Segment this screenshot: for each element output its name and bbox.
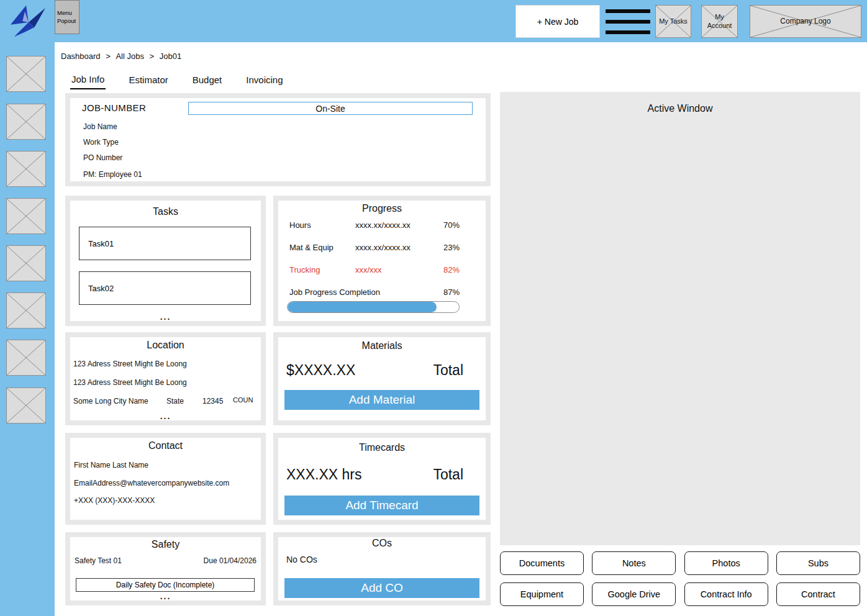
breadcrumb-separator: >	[106, 52, 111, 61]
job-tabs: Job Info Estimator Budget Invoicing	[70, 74, 284, 89]
progress-title: Progress	[278, 203, 486, 214]
contract-info-button[interactable]: Contract Info	[684, 582, 768, 606]
progress-row-mat-equip: Mat & Equip xxxx.xx/xxxx.xx 23%	[278, 243, 486, 253]
progress-completion-row: Job Progress Completion 87%	[278, 288, 486, 297]
sidebar-image-placeholder[interactable]	[6, 387, 46, 424]
timecards-title: Timecards	[278, 442, 486, 453]
safety-title: Safety	[70, 539, 261, 550]
sidebar-image-placeholder[interactable]	[6, 292, 46, 328]
breadcrumb-dashboard[interactable]: Dashboard	[61, 52, 101, 61]
hamburger-menu-icon[interactable]	[606, 9, 650, 34]
progress-row-label: Hours	[289, 220, 311, 230]
photos-button[interactable]: Photos	[684, 551, 768, 575]
x-placeholder-icon	[7, 57, 45, 91]
safety-more-button[interactable]: ...	[70, 592, 261, 600]
company-logo-label: Company Logo	[750, 6, 861, 37]
daily-safety-doc-button[interactable]: Daily Safety Doc (Incomplete)	[76, 578, 255, 592]
progress-row-pct: 23%	[443, 243, 460, 252]
tab-job-info[interactable]: Job Info	[70, 74, 106, 89]
timecards-card: Timecards XXX.XX hrs Total Add Timecard	[273, 433, 491, 525]
location-card: Location 123 Adress Street Might Be Loon…	[65, 332, 266, 425]
x-placeholder-icon	[7, 152, 45, 186]
sidebar-image-placeholder[interactable]	[6, 56, 46, 92]
origami-bird-logo-icon	[7, 3, 47, 39]
materials-amount: $XXXX.XX	[286, 362, 355, 379]
contact-card: Contact First Name Last Name EmailAddres…	[65, 433, 266, 525]
contact-phone: +XXX (XXX)-XXX-XXXX	[74, 496, 155, 505]
breadcrumb-all-jobs[interactable]: All Jobs	[116, 52, 144, 61]
no-cos-label: No COs	[286, 555, 317, 564]
documents-button[interactable]: Documents	[500, 551, 584, 575]
breadcrumb-job01[interactable]: Job01	[160, 52, 181, 61]
active-window-title: Active Window	[500, 103, 860, 114]
x-placeholder-icon	[7, 104, 45, 139]
progress-row-trucking: Trucking xxx/xxx 82%	[278, 265, 486, 275]
menu-popout-button[interactable]: Menu Popout	[55, 0, 79, 34]
cos-card: COs No COs Add CO	[273, 532, 491, 605]
safety-item: Safety Test 01	[75, 556, 122, 565]
address-line-2: 123 Adress Street Might Be Loong	[73, 378, 187, 387]
job-name-label: Job Name	[83, 122, 117, 131]
my-tasks-button[interactable]: My Tasks	[655, 5, 691, 38]
progress-row-pct: 70%	[443, 220, 460, 230]
sidebar-image-placeholder[interactable]	[6, 151, 46, 187]
tasks-card: Tasks Task01 Task02 ...	[65, 196, 266, 326]
notes-button[interactable]: Notes	[592, 551, 676, 575]
equipment-button[interactable]: Equipment	[500, 582, 584, 606]
google-drive-button[interactable]: Google Drive	[592, 582, 676, 606]
breadcrumb: Dashboard > All Jobs > Job01	[61, 52, 181, 61]
pm-label: PM: Employee 01	[83, 170, 142, 179]
x-placeholder-icon	[7, 246, 45, 281]
contact-name: First Name Last Name	[74, 461, 148, 469]
add-timecard-button[interactable]: Add Timecard	[284, 496, 479, 515]
x-placeholder-icon	[7, 199, 45, 233]
task-item[interactable]: Task02	[79, 271, 251, 305]
work-type-label: Work Type	[83, 138, 119, 147]
location-more-button[interactable]: ...	[70, 412, 261, 420]
safety-card: Safety Safety Test 01 Due 01/04/2026 Dai…	[65, 532, 266, 605]
task-item[interactable]: Task01	[79, 227, 251, 260]
sidebar-image-placeholder[interactable]	[6, 245, 46, 281]
subs-button[interactable]: Subs	[776, 551, 860, 575]
cos-title: COs	[278, 538, 486, 549]
x-placeholder-icon	[7, 340, 45, 375]
contact-email: EmailAddress@whatevercompanywebsite.com	[74, 479, 229, 487]
job-status-field[interactable]: On-Site	[188, 102, 473, 115]
tasks-more-button[interactable]: ...	[70, 312, 261, 321]
contract-button[interactable]: Contract	[776, 582, 860, 606]
tab-budget[interactable]: Budget	[191, 74, 224, 89]
new-job-button[interactable]: + New Job	[515, 5, 600, 38]
completion-label: Job Progress Completion	[289, 288, 380, 297]
progress-row-value: xxx/xxx	[355, 265, 382, 274]
sidebar-image-placeholder[interactable]	[6, 198, 46, 234]
app-logo[interactable]	[7, 3, 47, 39]
progress-row-label: Trucking	[289, 265, 320, 274]
sidebar-image-placeholder[interactable]	[6, 104, 46, 140]
materials-card: Materials $XXXX.XX Total Add Material	[273, 332, 491, 425]
location-title: Location	[70, 340, 261, 351]
active-window-panel: Active Window	[500, 92, 860, 545]
materials-total-label: Total	[433, 362, 463, 379]
state-label: State	[166, 397, 184, 405]
materials-title: Materials	[278, 340, 486, 351]
progress-row-hours: Hours xxxx.xx/xxxx.xx 70%	[278, 220, 486, 230]
company-logo[interactable]: Company Logo	[750, 5, 861, 38]
tab-invoicing[interactable]: Invoicing	[245, 74, 284, 89]
add-co-button[interactable]: Add CO	[284, 578, 479, 598]
progress-row-value: xxxx.xx/xxxx.xx	[355, 243, 411, 252]
action-button-row-2: Equipment Google Drive Contract Info Con…	[500, 582, 860, 606]
sidebar-image-placeholder[interactable]	[6, 340, 46, 376]
progress-row-pct: 82%	[443, 265, 460, 274]
my-account-button[interactable]: My Account	[701, 5, 738, 38]
breadcrumb-separator: >	[150, 52, 155, 61]
city-label: Some Long City Name	[73, 397, 148, 405]
left-sidebar	[0, 0, 55, 616]
tab-estimator[interactable]: Estimator	[127, 74, 169, 89]
progress-row-value: xxxx.xx/xxxx.xx	[355, 220, 411, 230]
my-tasks-label: My Tasks	[656, 6, 691, 37]
my-account-label: My Account	[702, 6, 737, 37]
add-material-button[interactable]: Add Material	[284, 390, 479, 410]
job-progress-bar-fill	[288, 302, 437, 312]
completion-pct: 87%	[443, 288, 460, 297]
zip-label: 12345	[202, 397, 223, 405]
